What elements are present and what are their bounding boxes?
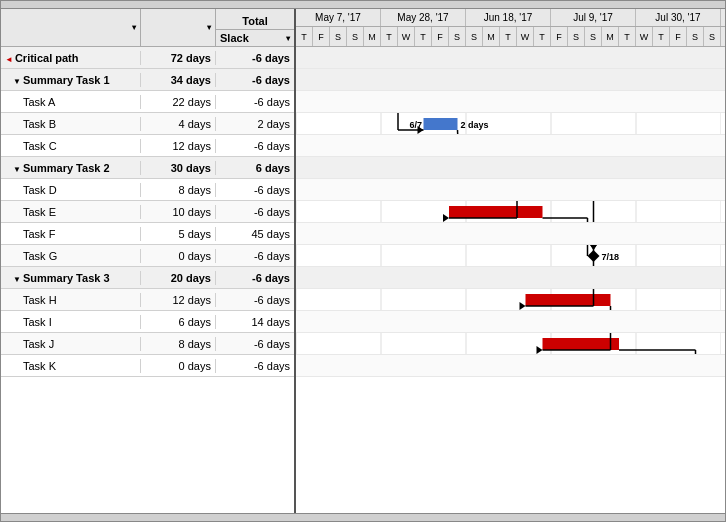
slack-dropdown-icon[interactable]: ▾: [286, 34, 290, 43]
task-table: ▾ ▾ Total Slack ▾ ◄Critical path72: [1, 9, 296, 513]
header-day-2: S: [330, 27, 347, 47]
header-day-10: S: [466, 27, 483, 47]
duration-cell-taskG: 0 days: [141, 249, 216, 263]
collapse-icon[interactable]: ◄: [5, 55, 13, 64]
header-day-15: F: [551, 27, 568, 47]
total-slack-top: Total: [216, 13, 294, 30]
task-name-cell-taskK: Task K: [1, 359, 141, 373]
col-task-header: ▾: [1, 9, 141, 46]
task-name-cell-critical-path: ◄Critical path: [1, 51, 141, 65]
table-row-summary1: ▼Summary Task 134 days-6 days: [1, 69, 294, 91]
header-day-5: T: [381, 27, 398, 47]
table-row-taskE: Task E10 days-6 days: [1, 201, 294, 223]
slack-cell-taskE: -6 days: [216, 205, 294, 219]
task-name-cell-summary2: ▼Summary Task 2: [1, 161, 141, 175]
task-name-cell-taskE: Task E: [1, 205, 141, 219]
header-day-7: T: [415, 27, 432, 47]
slack-cell-taskA: -6 days: [216, 95, 294, 109]
gantt-header: May 7, '17May 28, '17Jun 18, '17Jul 9, '…: [296, 9, 725, 47]
header-day-21: T: [653, 27, 670, 47]
gantt-row-summary2: [296, 157, 725, 179]
gantt-body: 6/72 days6/745 days7/187/1914 days: [296, 47, 725, 377]
table-row-taskC: Task C12 days-6 days: [1, 135, 294, 157]
duration-dropdown-icon[interactable]: ▾: [207, 23, 211, 32]
header-day-17: S: [585, 27, 602, 47]
gantt-row-taskK: [296, 355, 725, 377]
header-day-11: M: [483, 27, 500, 47]
app-container: ▾ ▾ Total Slack ▾ ◄Critical path72: [0, 0, 726, 522]
duration-cell-taskD: 8 days: [141, 183, 216, 197]
gantt-row-taskF: [296, 223, 725, 245]
gantt-row-summary3: [296, 267, 725, 289]
collapse-icon[interactable]: ▼: [13, 275, 21, 284]
table-row-taskF: Task F5 days45 days: [1, 223, 294, 245]
gantt-row-taskH: [296, 289, 725, 311]
duration-cell-taskI: 6 days: [141, 315, 216, 329]
table-row-summary2: ▼Summary Task 230 days6 days: [1, 157, 294, 179]
header-date-Jun1817: Jun 18, '17: [466, 9, 551, 26]
gantt-row-taskG: [296, 245, 725, 267]
task-name-cell-taskG: Task G: [1, 249, 141, 263]
table-row-taskB: Task B4 days2 days: [1, 113, 294, 135]
slack-label: Slack: [220, 32, 249, 44]
task-name-cell-taskD: Task D: [1, 183, 141, 197]
header-day-24: S: [704, 27, 721, 47]
duration-cell-taskB: 4 days: [141, 117, 216, 131]
gantt-row-taskD: [296, 179, 725, 201]
header-date-Jul917: Jul 9, '17: [551, 9, 636, 26]
header-day-20: W: [636, 27, 653, 47]
duration-cell-taskC: 12 days: [141, 139, 216, 153]
main-area: ▾ ▾ Total Slack ▾ ◄Critical path72: [1, 9, 725, 513]
header-day-12: T: [500, 27, 517, 47]
gantt-area: May 7, '17May 28, '17Jun 18, '17Jul 9, '…: [296, 9, 725, 513]
gantt-header-days: TFSSMTWTFSSMTWTFSSMTWTFSS: [296, 27, 725, 47]
task-name-cell-taskH: Task H: [1, 293, 141, 307]
header-day-13: W: [517, 27, 534, 47]
header-day-6: W: [398, 27, 415, 47]
slack-cell-taskB: 2 days: [216, 117, 294, 131]
header-day-23: S: [687, 27, 704, 47]
duration-cell-summary1: 34 days: [141, 73, 216, 87]
slack-cell-summary1: -6 days: [216, 73, 294, 87]
task-name-cell-summary3: ▼Summary Task 3: [1, 271, 141, 285]
slack-cell-taskH: -6 days: [216, 293, 294, 307]
table-row-taskK: Task K0 days-6 days: [1, 355, 294, 377]
duration-cell-taskK: 0 days: [141, 359, 216, 373]
header-date-May2817: May 28, '17: [381, 9, 466, 26]
table-row-critical-path: ◄Critical path72 days-6 days: [1, 47, 294, 69]
header-day-9: S: [449, 27, 466, 47]
duration-cell-taskA: 22 days: [141, 95, 216, 109]
task-name-cell-taskI: Task I: [1, 315, 141, 329]
task-name-cell-taskB: Task B: [1, 117, 141, 131]
collapse-icon[interactable]: ▼: [13, 165, 21, 174]
table-row-taskG: Task G0 days-6 days: [1, 245, 294, 267]
table-row-taskH: Task H12 days-6 days: [1, 289, 294, 311]
slack-cell-summary2: 6 days: [216, 161, 294, 175]
header-day-16: S: [568, 27, 585, 47]
slack-cell-taskF: 45 days: [216, 227, 294, 241]
gantt-row-taskB: [296, 113, 725, 135]
header-day-1: F: [313, 27, 330, 47]
table-header: ▾ ▾ Total Slack ▾: [1, 9, 294, 47]
duration-cell-taskH: 12 days: [141, 293, 216, 307]
top-border: [1, 1, 725, 9]
header-day-8: F: [432, 27, 449, 47]
task-dropdown-icon[interactable]: ▾: [132, 23, 136, 32]
duration-cell-taskE: 10 days: [141, 205, 216, 219]
collapse-icon[interactable]: ▼: [13, 77, 21, 86]
header-date-May717: May 7, '17: [296, 9, 381, 26]
slack-cell-taskK: -6 days: [216, 359, 294, 373]
gantt-row-taskE: [296, 201, 725, 223]
duration-cell-critical-path: 72 days: [141, 51, 216, 65]
bottom-border: [1, 513, 725, 521]
slack-cell-taskD: -6 days: [216, 183, 294, 197]
slack-cell-taskG: -6 days: [216, 249, 294, 263]
task-name-cell-taskF: Task F: [1, 227, 141, 241]
task-name-cell-summary1: ▼Summary Task 1: [1, 73, 141, 87]
header-day-0: T: [296, 27, 313, 47]
table-row-taskJ: Task J8 days-6 days: [1, 333, 294, 355]
slack-label-row: Slack ▾: [216, 30, 294, 46]
col-slack-header: Total Slack ▾: [216, 13, 294, 46]
slack-cell-taskC: -6 days: [216, 139, 294, 153]
table-row-taskA: Task A22 days-6 days: [1, 91, 294, 113]
